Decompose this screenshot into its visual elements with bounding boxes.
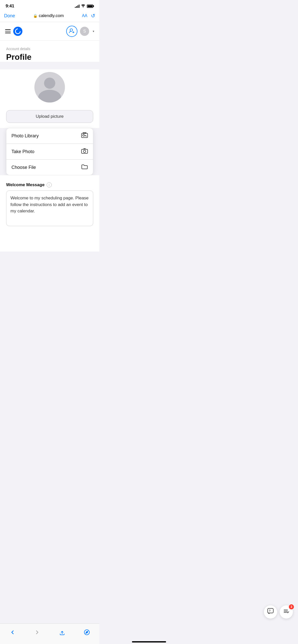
- header-left: [5, 27, 22, 36]
- browser-done-button[interactable]: Done: [4, 13, 15, 19]
- welcome-message-section: Welcome Message i Welcome to my scheduli…: [0, 175, 99, 252]
- svg-point-1: [70, 29, 73, 31]
- avatar-section: [0, 69, 99, 110]
- browser-bar: Done 🔒 calendly.com AA ↺: [0, 11, 99, 22]
- calendly-logo: [13, 27, 22, 36]
- user-initial: S: [83, 29, 86, 34]
- battery-icon: [87, 5, 94, 8]
- header-right: S ▾: [66, 26, 94, 37]
- status-bar: 9:41: [0, 0, 99, 11]
- browser-actions: AA ↺: [82, 13, 95, 19]
- choose-file-label: Choose File: [11, 165, 36, 170]
- folder-icon: [81, 164, 88, 171]
- lock-icon: 🔒: [33, 14, 37, 18]
- camera-icon: [81, 148, 88, 155]
- breadcrumb: Account details: [6, 47, 93, 51]
- user-avatar[interactable]: S: [80, 27, 89, 36]
- upload-section: Upload picture: [0, 110, 99, 128]
- section-title-text: Welcome Message: [6, 182, 45, 187]
- welcome-message-text: Welcome to my scheduling page. Please fo…: [10, 196, 89, 213]
- status-icons: [75, 4, 94, 8]
- info-icon[interactable]: i: [47, 182, 52, 187]
- photo-library-label: Photo Library: [11, 133, 39, 139]
- status-time: 9:41: [6, 4, 14, 9]
- welcome-message-textbox[interactable]: Welcome to my scheduling page. Please fo…: [6, 191, 93, 226]
- photo-library-icon: [81, 132, 88, 139]
- profile-avatar: [34, 72, 65, 103]
- section-title: Welcome Message i: [6, 182, 93, 187]
- page-title: Profile: [6, 52, 93, 62]
- add-person-button[interactable]: [66, 26, 77, 37]
- svg-rect-5: [82, 149, 88, 153]
- signal-bars-icon: [75, 4, 79, 8]
- photo-library-item[interactable]: Photo Library: [6, 128, 93, 144]
- logo-inner: [14, 27, 22, 35]
- app-header: S ▾: [0, 22, 99, 41]
- text-size-button[interactable]: AA: [82, 13, 87, 18]
- refresh-button[interactable]: ↺: [91, 13, 95, 19]
- svg-point-6: [84, 150, 86, 153]
- take-photo-item[interactable]: Take Photo: [6, 144, 93, 159]
- hamburger-menu-button[interactable]: [5, 29, 11, 33]
- upload-picture-button[interactable]: Upload picture: [6, 110, 93, 123]
- dropdown-menu: Photo Library Take Photo Choose File: [6, 128, 93, 175]
- svg-point-3: [83, 135, 85, 136]
- avatar-body: [38, 90, 61, 103]
- add-person-icon: [69, 28, 75, 34]
- url-text: calendly.com: [39, 13, 64, 18]
- take-photo-label: Take Photo: [11, 149, 34, 154]
- page-content: Account details Profile: [0, 41, 99, 62]
- svg-point-0: [83, 7, 84, 8]
- dropdown-arrow-icon[interactable]: ▾: [93, 30, 94, 33]
- choose-file-item[interactable]: Choose File: [6, 160, 93, 175]
- browser-url: 🔒 calendly.com: [33, 13, 64, 18]
- avatar-head: [44, 78, 55, 89]
- wifi-icon: [81, 4, 85, 8]
